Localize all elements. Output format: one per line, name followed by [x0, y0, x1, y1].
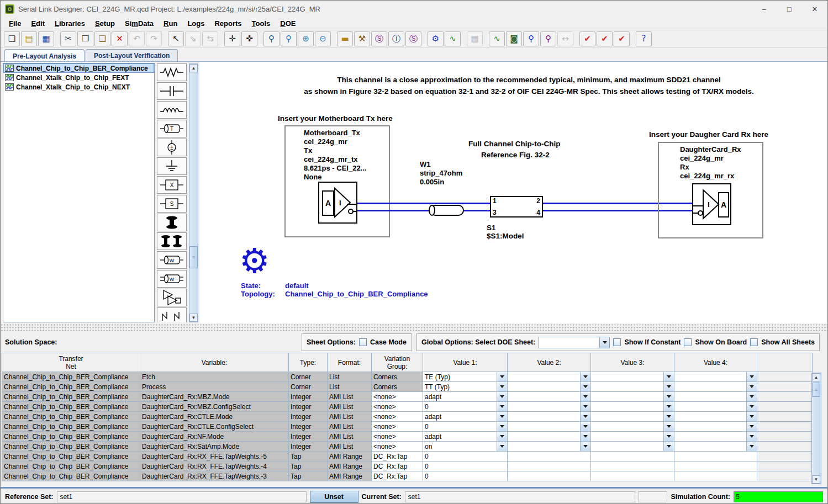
palette-inductor-button[interactable] [157, 101, 187, 119]
palette-ground-button[interactable] [157, 157, 187, 175]
cell-value-4[interactable] [674, 402, 757, 412]
zoom-in-button[interactable]: ⊕ [298, 31, 314, 46]
spice-report-button[interactable]: Ⓢ [405, 31, 421, 46]
motherboard-tx-block[interactable]: Motherboard_Tx cei_224g_mr Tx cei_224g_m… [284, 125, 390, 237]
value-dropdown-icon[interactable] [580, 402, 590, 411]
zoom-window-button[interactable]: ⚲ [263, 31, 279, 46]
combo-arrow-icon[interactable] [599, 337, 609, 348]
scrollbar-thumb[interactable]: ≡ [812, 383, 820, 397]
show-if-constant-checkbox[interactable] [613, 338, 621, 346]
cell-value-3[interactable] [591, 422, 674, 432]
menu-edit[interactable]: Edit [26, 18, 50, 29]
table-scrollbar[interactable]: ▲ ≡ ▼ [811, 373, 821, 484]
tab-post-layout-verification[interactable]: Post-Layout Verification [86, 49, 178, 61]
menu-simdata[interactable]: SimData [120, 18, 159, 29]
current-set-field[interactable]: set1 [405, 491, 636, 502]
table-row[interactable]: Channel_Chip_to_Chip_BER_ComplianceDaugh… [2, 402, 813, 412]
value-dropdown-icon[interactable] [497, 432, 507, 441]
value-dropdown-icon[interactable] [746, 382, 757, 391]
cell-value-2[interactable] [508, 442, 591, 452]
value-dropdown-icon[interactable] [497, 422, 507, 431]
cell-value-1[interactable]: 0 [423, 422, 508, 432]
edit-waveforms-button[interactable]: ∿ [445, 31, 461, 46]
value-dropdown-icon[interactable] [580, 412, 590, 421]
cell-value-3[interactable] [591, 432, 674, 442]
cell-value-1[interactable]: adapt [423, 392, 508, 402]
cell-value-4[interactable] [674, 422, 757, 432]
value-dropdown-icon[interactable] [580, 382, 590, 391]
scroll-down-icon[interactable]: ▼ [189, 314, 198, 322]
value-dropdown-icon[interactable] [746, 422, 757, 431]
cell-value-1[interactable]: TT (Typ) [423, 382, 508, 392]
table-row[interactable]: Channel_Chip_to_Chip_BER_ComplianceDaugh… [2, 442, 813, 452]
cell-value-1[interactable]: on [423, 442, 508, 452]
value-dropdown-icon[interactable] [663, 412, 674, 421]
paste-button[interactable]: ❑ [94, 31, 110, 46]
cell-value-1[interactable]: adapt [423, 412, 508, 422]
table-row[interactable]: Channel_Chip_to_Chip_BER_ComplianceProce… [2, 382, 813, 392]
case-mode-checkbox[interactable] [359, 338, 367, 346]
cell-value-4[interactable] [674, 442, 757, 452]
horizontal-splitter[interactable] [1, 323, 827, 332]
view-waveforms-button[interactable]: ∿ [489, 31, 505, 46]
value-dropdown-icon[interactable] [746, 372, 757, 381]
add-marker-button[interactable]: ✛ [224, 31, 240, 46]
cell-value-3[interactable] [591, 392, 674, 402]
cell-value-1[interactable]: 0 [423, 402, 508, 412]
toolkit-button[interactable]: ⚒ [354, 31, 370, 46]
cell-value-4[interactable] [674, 412, 757, 422]
menu-logs[interactable]: Logs [182, 18, 209, 29]
daughtercard-rx-block[interactable]: DaughterCard_Rx cei_224g_mr Rx cei_224g_… [658, 142, 763, 238]
schematic-tools-button[interactable]: ⚙ [428, 31, 444, 46]
value-dropdown-icon[interactable] [746, 442, 757, 451]
palette-transmission-line-button[interactable]: T [157, 120, 187, 137]
scroll-down-icon[interactable]: ▼ [812, 475, 820, 484]
info-report-button[interactable]: Ⓘ [388, 31, 404, 46]
table-row[interactable]: Channel_Chip_to_Chip_BER_ComplianceDaugh… [2, 422, 813, 432]
palette-w-line-button[interactable]: W [157, 251, 187, 269]
value-dropdown-icon[interactable] [497, 392, 507, 401]
diff-wire-n-left[interactable] [357, 210, 490, 211]
value-dropdown-icon[interactable] [663, 392, 674, 401]
spice-console-button[interactable]: ◙ [506, 31, 522, 46]
value-dropdown-icon[interactable] [663, 442, 674, 451]
pan-button[interactable]: ✜ [241, 31, 257, 46]
maximize-button[interactable]: □ [777, 1, 802, 17]
palette-x-block-button[interactable]: X [157, 176, 187, 194]
scrollbar-thumb[interactable]: ≡ [189, 246, 198, 268]
table-row[interactable]: Channel_Chip_to_Chip_BER_ComplianceDaugh… [2, 412, 813, 422]
cut-button[interactable]: ✂ [60, 31, 76, 46]
gear-icon[interactable]: ⚙ [239, 244, 270, 278]
show-on-board-checkbox[interactable] [684, 338, 692, 346]
menu-libraries[interactable]: Libraries [50, 18, 90, 29]
s-parameter-block-s1[interactable]: 1 2 3 4 [490, 196, 543, 217]
cell-value-4[interactable] [674, 382, 757, 392]
doe-sheet-select[interactable] [539, 337, 610, 348]
cell-value-1[interactable]: TE (Typ) [423, 372, 508, 382]
select-mode-button[interactable]: ↖ [168, 31, 184, 46]
value-dropdown-icon[interactable] [663, 402, 674, 411]
value-dropdown-icon[interactable] [663, 432, 674, 441]
delete-button[interactable]: ✕ [112, 31, 128, 46]
open-project-button[interactable]: ▤ [21, 31, 37, 46]
cell-value-3[interactable] [591, 412, 674, 422]
table-row[interactable]: Channel_Chip_to_Chip_BER_ComplianceDaugh… [2, 432, 813, 442]
scroll-up-icon[interactable]: ▲ [189, 64, 198, 72]
palette-scrollbar[interactable]: ▲ ≡ ▼ [189, 63, 198, 322]
view-results-button[interactable]: ⚲ [523, 31, 539, 46]
cell-value-4[interactable] [674, 372, 757, 382]
palette-capacitor-button[interactable] [157, 82, 187, 100]
validate-and-simulate-button[interactable]: ✔ [597, 31, 613, 46]
cell-value-2[interactable] [508, 382, 591, 392]
cell-value-4[interactable] [674, 392, 757, 402]
table-row[interactable]: Channel_Chip_to_Chip_BER_ComplianceDaugh… [2, 461, 813, 471]
value-dropdown-icon[interactable] [497, 382, 507, 391]
diff-wire-p-left[interactable] [357, 203, 490, 204]
cell-value-2[interactable] [508, 422, 591, 432]
tab-pre-layout-analysis[interactable]: Pre-Layout Analysis [4, 49, 85, 62]
palette-via-button[interactable] [157, 214, 187, 231]
save-button[interactable]: ▦ [38, 31, 54, 46]
cell-value-3[interactable] [591, 402, 674, 412]
table-row[interactable]: Channel_Chip_to_Chip_BER_ComplianceDaugh… [2, 471, 813, 481]
palette-coupled-w-line-button[interactable]: W [157, 270, 187, 288]
